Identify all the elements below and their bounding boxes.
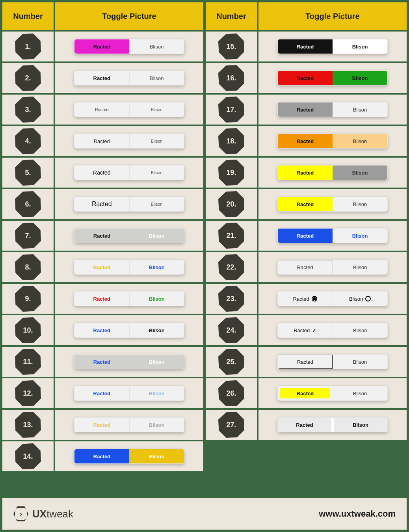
column-left: Number Toggle Picture 1.RactedBlison2.Ra… [2, 2, 203, 496]
toggle-segment-right[interactable]: Blison [333, 355, 387, 369]
toggle-label: Racted [93, 327, 110, 333]
toggle[interactable]: RactedBlison [74, 228, 184, 243]
toggle-segment-left[interactable]: Racted [74, 197, 130, 211]
toggle-segment-left[interactable]: Racted [278, 134, 333, 148]
toggle-label: Racted [93, 169, 110, 176]
toggle-segment-left[interactable]: Racted [74, 323, 130, 337]
toggle[interactable]: RactedBlison [74, 165, 184, 180]
toggle-segment-right[interactable]: Blison [130, 292, 184, 306]
toggle-segment-left[interactable]: Racted [74, 418, 130, 432]
toggle-segment-right[interactable]: Blison [129, 39, 184, 54]
toggle[interactable]: RactedBlison [277, 260, 388, 275]
number-cell: 13. [2, 410, 54, 440]
toggle[interactable]: RactedBlison [74, 39, 184, 54]
toggle[interactable]: RactedBlison [74, 291, 184, 306]
toggle-segment-right[interactable]: Blison [333, 323, 388, 337]
table-row: 4.RactedBlison [2, 126, 203, 156]
toggle[interactable]: RactedBlison [74, 323, 184, 338]
toggle-segment-left[interactable]: Racted [278, 355, 333, 369]
toggle[interactable]: RactedBlison [277, 228, 388, 243]
toggle-segment-right[interactable]: Blison [333, 229, 387, 243]
toggle-segment-right[interactable]: Blison [130, 102, 184, 117]
toggle-segment-right[interactable]: Blison [333, 102, 387, 117]
toggle-segment-left[interactable]: Racted✓ [278, 323, 333, 337]
table-row: 3.RactedBlison [2, 95, 203, 125]
toggle-segment-right[interactable]: Blison [333, 71, 387, 85]
toggle[interactable]: RactedBlison [277, 71, 388, 86]
toggle[interactable]: RactedBlison [277, 417, 388, 432]
radio-empty-icon [365, 296, 371, 301]
toggle-segment-right[interactable]: Blison [129, 355, 184, 369]
toggle-segment-left[interactable]: Racted [74, 260, 130, 274]
toggle-segment-right[interactable]: Blison [130, 260, 184, 274]
toggle-segment-left[interactable]: Racted [278, 386, 333, 400]
toggle[interactable]: RactedBlison [277, 134, 388, 149]
table-row: 8.RactedBlison [2, 252, 203, 282]
toggle-segment-left[interactable]: Racted [278, 292, 333, 306]
picture-cell: RactedBlison [258, 378, 407, 408]
toggle[interactable]: RactedBlison [74, 354, 184, 369]
toggle[interactable]: RactedBlison [277, 39, 388, 54]
toggle-segment-right[interactable]: Blison [130, 386, 184, 400]
toggle-segment-right[interactable]: Blison [130, 323, 184, 337]
toggle-segment-left[interactable]: Racted [74, 386, 130, 400]
toggle[interactable]: RactedBlison [74, 102, 184, 117]
toggle-segment-right[interactable]: Blison [333, 134, 387, 148]
toggle[interactable]: RactedBlison [74, 260, 184, 275]
table-row: 11.RactedBlison [2, 347, 203, 377]
toggle-segment-right[interactable]: Blison [333, 292, 388, 306]
toggle-segment-left[interactable]: Racted [74, 449, 129, 463]
toggle[interactable]: RactedBlison [277, 102, 388, 117]
toggle[interactable]: RactedBlison [277, 354, 388, 369]
number-badge: 5. [15, 160, 41, 186]
toggle[interactable]: RactedBlison [74, 386, 184, 401]
toggle-segment-left[interactable]: Racted [278, 197, 333, 211]
toggle[interactable]: RactedBlison [277, 165, 388, 180]
toggle-segment-right[interactable]: Blison [130, 197, 184, 211]
toggle-segment-right[interactable]: Blison [130, 166, 184, 180]
table-row: 20.RactedBlison [206, 189, 407, 219]
toggle-segment-right[interactable]: Blison [334, 418, 387, 432]
toggle-segment-right[interactable]: Blison [130, 71, 184, 85]
toggle-segment-left[interactable]: Racted [74, 292, 130, 306]
toggle-segment-right[interactable]: Blison [333, 260, 388, 274]
toggle-segment-left[interactable]: Racted [278, 166, 333, 180]
toggle[interactable]: Racted✓Blison [277, 323, 388, 338]
toggle-segment-right[interactable]: Blison [333, 386, 387, 400]
toggle-segment-left[interactable]: Racted [74, 355, 129, 369]
toggle-segment-left[interactable]: Racted [278, 260, 333, 274]
number-cell: 3. [2, 95, 54, 125]
toggle[interactable]: RactedBlison [74, 197, 184, 212]
toggle-segment-left[interactable]: Racted [74, 39, 129, 54]
toggle-segment-left[interactable]: Racted [278, 39, 333, 54]
toggle-segment-left[interactable]: Racted [74, 102, 130, 117]
toggle-segment-right[interactable]: Blison [333, 197, 387, 211]
toggle-segment-right[interactable]: Blison [333, 39, 387, 54]
toggle[interactable]: RactedBlison [277, 197, 388, 212]
toggle-segment-left[interactable]: Racted [278, 229, 333, 243]
table-row: 25.RactedBlison [206, 347, 407, 377]
toggle-label: Blison [353, 264, 367, 270]
toggle[interactable]: RactedBlison [277, 291, 388, 306]
toggle-segment-left[interactable]: Racted [74, 229, 129, 243]
toggle-segment-left[interactable]: Racted [278, 102, 333, 117]
toggle-segment-left[interactable]: Racted [278, 71, 333, 85]
toggle-segment-right[interactable]: Blison [129, 449, 184, 463]
toggle-label: Blison [151, 170, 163, 175]
toggle-segment-right[interactable]: Blison [333, 166, 387, 180]
toggle-segment-left[interactable]: Racted [74, 71, 130, 85]
toggle-segment-right[interactable]: Blison [129, 229, 184, 243]
toggle-segment-left[interactable]: Racted [278, 418, 334, 432]
number-badge: 20. [218, 191, 244, 217]
toggle-segment-right[interactable]: Blison [130, 134, 184, 148]
toggle-segment-left[interactable]: Racted [74, 134, 130, 148]
toggle-segment-right[interactable]: Blison [130, 418, 184, 432]
toggle-label: Blison [151, 202, 163, 206]
toggle[interactable]: RactedBlison [74, 417, 184, 432]
toggle[interactable]: RactedBlison [74, 449, 184, 464]
toggle[interactable]: RactedBlison [74, 134, 184, 149]
toggle[interactable]: RactedBlison [74, 71, 184, 86]
footer: › UXtweak www.uxtweak.com [2, 498, 407, 530]
toggle-segment-left[interactable]: Racted [74, 166, 130, 180]
toggle[interactable]: RactedBlison [277, 386, 388, 401]
